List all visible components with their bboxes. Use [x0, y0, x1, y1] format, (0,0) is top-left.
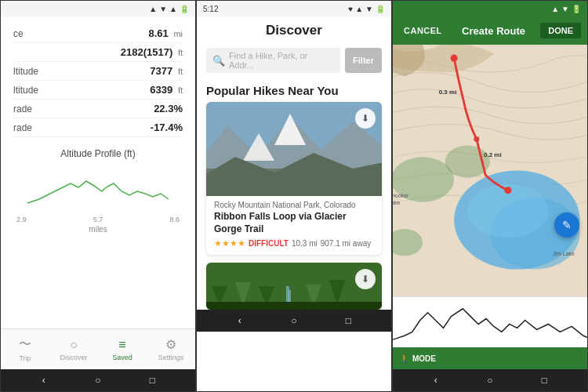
back-btn-3[interactable]: ‹: [429, 373, 443, 387]
bottom-nav: 〜 Trip ○ Discover ≡ Saved ⚙ Settings: [1, 328, 195, 369]
stat-row-alt1: ltitude 7377 ft: [13, 62, 183, 81]
route-title: Create Route: [447, 25, 540, 37]
hike-distance-1: 10.3 mi: [292, 239, 318, 248]
stat-value-alt1: 7377 ft: [150, 65, 183, 77]
topo-map-svg: 0.3 mi 0.2 mi Hooker Lake Jim Lake: [393, 45, 587, 296]
download-btn-1[interactable]: ⬇: [355, 108, 376, 129]
route-header: CANCEL Create Route DONE: [393, 16, 587, 45]
settings-icon: ⚙: [165, 337, 176, 352]
altitude-profile-section: Altitude Profile (ft) 2.9 5.7 8.6 miles: [13, 143, 183, 223]
home-btn-3[interactable]: ○: [483, 373, 497, 387]
android-nav-1: ‹ ○ □: [1, 369, 195, 391]
chart-area: 2.9 5.7 8.6 miles: [13, 164, 183, 219]
stat-label-alt2: ltitude: [13, 85, 38, 96]
filter-button[interactable]: Filter: [345, 48, 382, 73]
mode-walk-icon: 🚶: [399, 354, 410, 364]
stat-label-alt1: ltitude: [13, 66, 38, 77]
hike-difficulty-1: DIFFICULT: [249, 239, 289, 248]
nav-trip[interactable]: 〜 Trip: [1, 329, 49, 369]
svg-point-26: [504, 187, 511, 194]
recent-btn-3[interactable]: □: [537, 373, 551, 387]
stats-content: ce 8.61 mi 2182(1517) ft ltitude 7377 ft…: [1, 16, 195, 328]
elevation-chart: [393, 297, 587, 347]
svg-text:Lake: Lake: [393, 200, 401, 205]
search-icon: 🔍: [212, 55, 225, 67]
recent-btn-2[interactable]: □: [341, 314, 355, 328]
nav-discover[interactable]: ○ Discover: [49, 329, 98, 369]
status-icons-3: ▲ ▼ 🔋: [551, 5, 581, 13]
hike-image-mountain: ⬇: [206, 102, 382, 196]
stat-label-grade2: rade: [13, 122, 32, 133]
hike-card-1[interactable]: ⬇ Rocky Mountain National Park, Colorado…: [206, 102, 382, 255]
status-bar-2: 5:12 ♥ ▲ ▼ 🔋: [197, 1, 391, 16]
home-btn-1[interactable]: ○: [91, 373, 105, 387]
hike-stars-1: ★★★★: [214, 238, 245, 249]
nav-saved-label: Saved: [112, 354, 132, 361]
svg-text:0.2 mi: 0.2 mi: [484, 151, 502, 158]
home-btn-2[interactable]: ○: [287, 314, 301, 328]
phone-create-route: ▲ ▼ 🔋 CANCEL Create Route DONE: [392, 0, 588, 392]
hike-name-1: Ribbon Falls Loop via Glacier Gorge Trai…: [214, 211, 374, 235]
stat-value-alt2: 6339 ft: [150, 84, 183, 96]
recent-btn-1[interactable]: □: [145, 373, 159, 387]
forest-svg: [206, 263, 382, 310]
search-placeholder: Find a Hike, Park, or Addr...: [229, 51, 334, 70]
svg-text:0.3 mi: 0.3 mi: [439, 89, 457, 96]
search-row: 🔍 Find a Hike, Park, or Addr... Filter: [197, 43, 391, 78]
nav-settings[interactable]: ⚙ Settings: [147, 329, 195, 369]
stat-row-grade2: rade -17.4%: [13, 118, 183, 137]
stat-value-grade1: 22.3%: [154, 103, 183, 114]
stat-label-grade1: rade: [13, 103, 32, 114]
stat-row-grade1: rade 22.3%: [13, 100, 183, 118]
status-time-2: 5:12: [203, 5, 218, 13]
hike-away-1: 907.1 mi away: [321, 239, 371, 248]
hike-park-1: Rocky Mountain National Park, Colorado: [214, 201, 374, 209]
svg-rect-16: [206, 302, 382, 310]
hike-info-1: Rocky Mountain National Park, Colorado R…: [206, 196, 382, 255]
map-area[interactable]: 0.3 mi 0.2 mi Hooker Lake Jim Lake ✎: [393, 45, 587, 296]
hike-card-2[interactable]: ⬇: [206, 263, 382, 310]
back-btn-1[interactable]: ‹: [37, 373, 51, 387]
trip-icon: 〜: [19, 336, 31, 353]
stat-label-distance: ce: [13, 28, 24, 39]
nav-saved[interactable]: ≡ Saved: [98, 329, 147, 369]
svg-text:Jim Lake: Jim Lake: [553, 251, 575, 256]
status-icons-1: ▲ ▼ ▲ 🔋: [149, 5, 189, 13]
mode-bar: 🚶 MODE: [393, 347, 587, 369]
phone-stats: ▲ ▼ ▲ 🔋 ce 8.61 mi 2182(1517) ft ltitude…: [0, 0, 196, 392]
back-btn-2[interactable]: ‹: [233, 314, 247, 328]
status-icons-2: ♥ ▲ ▼ 🔋: [348, 5, 385, 13]
phone-discover: 5:12 ♥ ▲ ▼ 🔋 Discover 🔍 Find a Hike, Par…: [196, 0, 392, 392]
stat-value-distance: 8.61 mi: [148, 27, 183, 39]
svg-text:Hooker: Hooker: [393, 193, 409, 198]
status-bar-1: ▲ ▼ ▲ 🔋: [1, 1, 195, 16]
hike-image-forest: ⬇: [206, 263, 382, 310]
mode-label[interactable]: 🚶 MODE: [399, 354, 436, 364]
done-button[interactable]: DONE: [540, 23, 581, 38]
cancel-button[interactable]: CANCEL: [399, 23, 447, 38]
android-nav-3: ‹ ○ □: [393, 369, 587, 391]
miles-label: miles: [13, 225, 183, 234]
stat-row-alt2: ltitude 6339 ft: [13, 81, 183, 100]
altitude-profile-title: Altitude Profile (ft): [13, 148, 183, 159]
stat-row-distance: ce 8.61 mi: [13, 24, 183, 43]
stat-row-elevation: 2182(1517) ft: [13, 43, 183, 62]
saved-icon: ≡: [118, 338, 125, 352]
status-bar-3: ▲ ▼ 🔋: [393, 1, 587, 16]
nav-discover-label: Discover: [60, 354, 87, 361]
elevation-strip: [393, 296, 587, 347]
edit-fab[interactable]: ✎: [554, 212, 579, 238]
svg-point-25: [474, 136, 479, 142]
altitude-chart: [13, 164, 183, 211]
nav-trip-label: Trip: [19, 354, 31, 362]
download-btn-2[interactable]: ⬇: [355, 269, 376, 289]
discover-icon: ○: [70, 338, 78, 352]
chart-labels: 2.9 5.7 8.6: [13, 216, 183, 223]
android-nav-2: ‹ ○ □: [197, 310, 391, 332]
stat-value-grade2: -17.4%: [151, 122, 183, 133]
svg-point-24: [451, 55, 458, 62]
search-box[interactable]: 🔍 Find a Hike, Park, or Addr...: [206, 48, 340, 73]
section-title: Popular Hikes Near You: [197, 78, 391, 102]
stat-value-elevation: 2182(1517) ft: [121, 46, 183, 58]
hike-meta-1: ★★★★ DIFFICULT 10.3 mi 907.1 mi away: [214, 238, 374, 249]
